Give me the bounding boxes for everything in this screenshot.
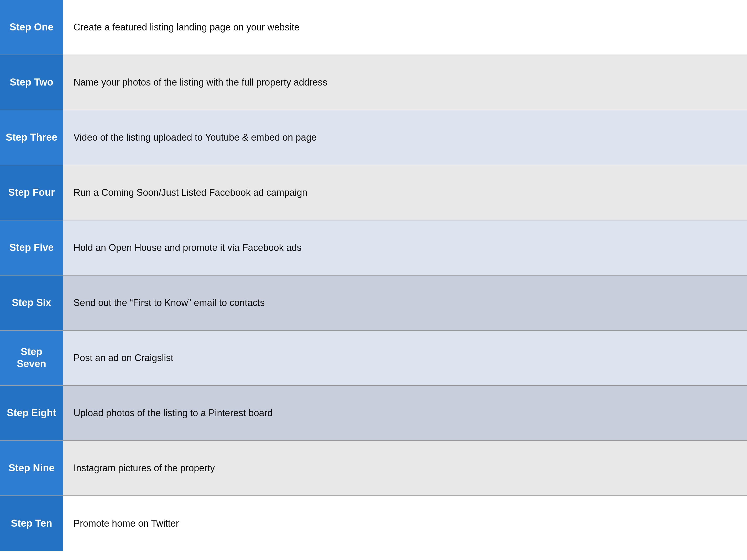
step-label-cell: Step Six [0, 275, 63, 330]
step-label-text: Step Two [10, 76, 53, 88]
step-content-cell: Name your photos of the listing with the… [63, 55, 747, 110]
step-description: Name your photos of the listing with the… [74, 77, 328, 88]
step-row: StepSevenPost an ad on Craigslist [0, 331, 747, 386]
step-label-text: Step Three [6, 131, 57, 143]
step-description: Create a featured listing landing page o… [74, 22, 300, 33]
step-row: Step NineInstagram pictures of the prope… [0, 441, 747, 496]
step-row: Step FiveHold an Open House and promote … [0, 220, 747, 275]
step-content-cell: Send out the “First to Know” email to co… [63, 275, 747, 330]
step-label-cell: Step Two [0, 55, 63, 110]
step-label-text: Step Nine [8, 462, 54, 474]
steps-table: Step OneCreate a featured listing landin… [0, 0, 747, 551]
step-row: Step EightUpload photos of the listing t… [0, 386, 747, 441]
step-description: Upload photos of the listing to a Pinter… [74, 407, 273, 419]
step-label-text: Step Four [8, 187, 55, 199]
step-label-cell: Step Eight [0, 386, 63, 440]
step-description: Promote home on Twitter [74, 518, 179, 529]
step-label-cell: Step Nine [0, 441, 63, 496]
step-description: Run a Coming Soon/Just Listed Facebook a… [74, 187, 307, 198]
step-description: Instagram pictures of the property [74, 463, 215, 474]
step-label-text: Step Eight [7, 407, 56, 419]
step-row: Step FourRun a Coming Soon/Just Listed F… [0, 165, 747, 220]
step-row: Step TenPromote home on Twitter [0, 496, 747, 551]
step-label-cell: StepSeven [0, 331, 63, 385]
step-label-text: Step Six [12, 297, 51, 309]
step-label-text: StepSeven [17, 346, 46, 370]
step-description: Video of the listing uploaded to Youtube… [74, 132, 317, 143]
step-label-text: Step One [10, 21, 54, 33]
step-row: Step ThreeVideo of the listing uploaded … [0, 110, 747, 165]
step-label-text: Step Five [9, 242, 54, 254]
step-label-cell: Step Three [0, 110, 63, 165]
step-label-text: Step Ten [11, 517, 52, 530]
step-label-cell: Step Ten [0, 496, 63, 551]
step-content-cell: Create a featured listing landing page o… [63, 0, 747, 55]
step-content-cell: Promote home on Twitter [63, 496, 747, 551]
step-content-cell: Run a Coming Soon/Just Listed Facebook a… [63, 165, 747, 220]
step-description: Post an ad on Craigslist [74, 352, 173, 364]
step-description: Send out the “First to Know” email to co… [74, 297, 265, 308]
step-content-cell: Upload photos of the listing to a Pinter… [63, 386, 747, 440]
step-content-cell: Instagram pictures of the property [63, 441, 747, 496]
step-label-cell: Step Five [0, 220, 63, 275]
step-content-cell: Hold an Open House and promote it via Fa… [63, 220, 747, 275]
step-content-cell: Video of the listing uploaded to Youtube… [63, 110, 747, 165]
step-row: Step TwoName your photos of the listing … [0, 55, 747, 110]
step-label-cell: Step Four [0, 165, 63, 220]
step-description: Hold an Open House and promote it via Fa… [74, 242, 302, 253]
step-row: Step SixSend out the “First to Know” ema… [0, 275, 747, 331]
step-row: Step OneCreate a featured listing landin… [0, 0, 747, 55]
step-content-cell: Post an ad on Craigslist [63, 331, 747, 385]
step-label-cell: Step One [0, 0, 63, 55]
